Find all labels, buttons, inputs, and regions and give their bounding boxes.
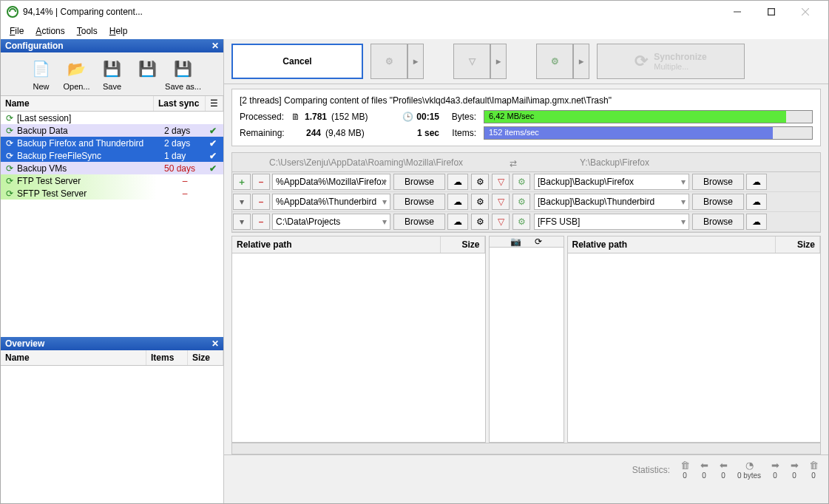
right-root-path: Y:\Backup\Firefox [543, 157, 820, 168]
config-row[interactable]: ⟳ FTP Test Server – [1, 174, 223, 187]
right-path-input[interactable]: [Backup]\Backup\Thunderbird▾ [534, 194, 689, 210]
overview-panel-close-icon[interactable]: ✕ [212, 338, 219, 349]
open-config-button[interactable]: 📂 Open... [61, 55, 93, 92]
add-pair-button[interactable]: ＋ [233, 174, 251, 190]
bytes-progressbar: 6,42 MB/sec [484, 110, 813, 123]
save-as-sync-button[interactable]: 💾 [132, 55, 164, 92]
browse-left-button[interactable]: Browse [393, 214, 445, 230]
cloud-right-button[interactable]: ☁ [746, 214, 767, 230]
right-path-input[interactable]: [FFS USB]▾ [534, 214, 689, 230]
col-relative-path[interactable]: Relative path [232, 236, 441, 253]
right-path-value: [Backup]\Backup\Firefox [538, 177, 634, 187]
config-col-options[interactable]: ☰ [206, 96, 223, 111]
compare-settings-dropdown[interactable]: ▸ [407, 44, 424, 79]
pair-sync-button[interactable]: ⚙ [512, 214, 530, 230]
browse-left-button[interactable]: Browse [393, 174, 445, 190]
new-config-button[interactable]: 📄 New [25, 55, 58, 92]
sync-settings-button[interactable]: ⚙ [536, 44, 573, 79]
cloud-left-button[interactable]: ☁ [447, 194, 468, 210]
config-row[interactable]: ⟳ Backup FreeFileSync 1 day ✔ [1, 149, 223, 162]
funnel-icon: ▽ [498, 177, 504, 187]
col-size[interactable]: Size [776, 236, 820, 253]
browse-right-button[interactable]: Browse [692, 214, 744, 230]
category-view-icon[interactable]: 📷 [510, 236, 521, 247]
config-panel-close-icon[interactable]: ✕ [212, 41, 219, 51]
pair-dropdown-button[interactable]: ▾ [233, 194, 251, 210]
chevron-down-icon: ▾ [681, 177, 686, 187]
right-grid-body[interactable] [568, 253, 821, 442]
synchronize-button[interactable]: ⟳ Synchronize Multiple... [597, 44, 745, 79]
swap-sides-button[interactable]: ⇄ [484, 157, 543, 168]
config-row[interactable]: ⟳ Backup VMs 50 days ✔ [1, 162, 223, 174]
config-row[interactable]: ⟳ Backup Data 2 days ✔ [1, 124, 223, 137]
menu-actions[interactable]: Actions [31, 24, 69, 38]
pair-compare-button[interactable]: ⚙ [471, 194, 489, 210]
remove-pair-button[interactable]: － [252, 194, 270, 210]
config-row[interactable]: ⟳ SFTP Test Server – [1, 187, 223, 200]
action-view-icon[interactable]: ⟳ [535, 236, 542, 247]
left-grid-body[interactable] [232, 253, 485, 442]
pair-sync-button[interactable]: ⚙ [512, 194, 530, 210]
maximize-button[interactable] [754, 1, 788, 23]
left-path-input[interactable]: %AppData%\Thunderbird▾ [272, 194, 390, 210]
browse-right-button[interactable]: Browse [692, 194, 744, 210]
overview-col-name[interactable]: Name [1, 350, 146, 365]
minimize-button[interactable] [720, 1, 754, 23]
cloud-icon: ☁ [453, 177, 462, 187]
list-options-icon: ☰ [210, 98, 218, 109]
cloud-left-button[interactable]: ☁ [447, 174, 468, 190]
pair-compare-button[interactable]: ⚙ [471, 214, 489, 230]
menu-tools[interactable]: Tools [72, 24, 102, 38]
left-path-input[interactable]: C:\Data\Projects▾ [272, 214, 390, 230]
browse-right-button[interactable]: Browse [692, 174, 744, 190]
config-name: FTP Test Server [17, 176, 164, 186]
col-size[interactable]: Size [441, 236, 485, 253]
pair-filter-button[interactable]: ▽ [492, 214, 510, 230]
cloud-right-button[interactable]: ☁ [746, 174, 767, 190]
config-lastsync: – [164, 176, 206, 186]
horizontal-scrollbar[interactable] [231, 443, 821, 454]
browse-label: Browse [405, 217, 434, 227]
pair-filter-button[interactable]: ▽ [492, 194, 510, 210]
cloud-left-button[interactable]: ☁ [447, 214, 468, 230]
pair-dropdown-button[interactable]: ▾ [233, 214, 251, 230]
right-path-value: [FFS USB] [538, 217, 580, 227]
filter-dropdown[interactable]: ▸ [490, 44, 507, 79]
sync-icon: ⟳ [4, 113, 16, 123]
left-path-input[interactable]: %AppData%\Mozilla\Firefox▾ [272, 174, 390, 190]
pair-compare-button[interactable]: ⚙ [471, 174, 489, 190]
menu-file[interactable]: File [5, 24, 28, 38]
stat-bytes: ◔0 bytes [734, 460, 765, 480]
chevron-right-icon: ▸ [496, 56, 501, 67]
pair-filter-button[interactable]: ▽ [492, 174, 510, 190]
filter-button[interactable]: ▽ [453, 44, 490, 79]
save-config-button[interactable]: 💾 Save [96, 55, 129, 92]
config-col-name[interactable]: Name [1, 96, 154, 111]
config-list: ⟳ [Last session] ⟳ Backup Data 2 days ✔ … [1, 112, 223, 200]
processed-size: (152 MB) [331, 112, 368, 122]
menu-help[interactable]: Help [105, 24, 132, 38]
col-relative-path[interactable]: Relative path [568, 236, 776, 253]
browse-left-button[interactable]: Browse [393, 194, 445, 210]
overview-col-size[interactable]: Size [188, 350, 223, 365]
remove-pair-button[interactable]: － [252, 214, 270, 230]
cloud-icon: ☁ [453, 197, 462, 207]
stat-create-right: ➡0 [766, 460, 784, 480]
close-button[interactable] [788, 1, 822, 23]
sync-settings-dropdown[interactable]: ▸ [573, 44, 589, 79]
config-name: SFTP Test Server [17, 188, 164, 199]
remove-pair-button[interactable]: － [252, 174, 270, 190]
right-path-input[interactable]: [Backup]\Backup\Firefox▾ [534, 174, 689, 190]
config-row[interactable]: ⟳ Backup Firefox and Thunderbird 2 days … [1, 137, 223, 149]
config-row[interactable]: ⟳ [Last session] [1, 112, 223, 124]
overview-col-items[interactable]: Items [146, 350, 188, 365]
pair-sync-button[interactable]: ⚙ [512, 174, 530, 190]
cloud-right-button[interactable]: ☁ [746, 194, 767, 210]
config-col-lastsync[interactable]: Last sync [154, 96, 206, 111]
save-as-batch-button[interactable]: 💾 Save as... [167, 55, 200, 92]
right-path-value: [Backup]\Backup\Thunderbird [538, 197, 654, 207]
status-panel: [2 threads] Comparing content of files "… [231, 89, 821, 146]
compare-settings-button[interactable]: ⚙ [370, 44, 407, 79]
middle-grid-body[interactable] [490, 248, 564, 442]
cancel-button[interactable]: Cancel [231, 44, 363, 79]
